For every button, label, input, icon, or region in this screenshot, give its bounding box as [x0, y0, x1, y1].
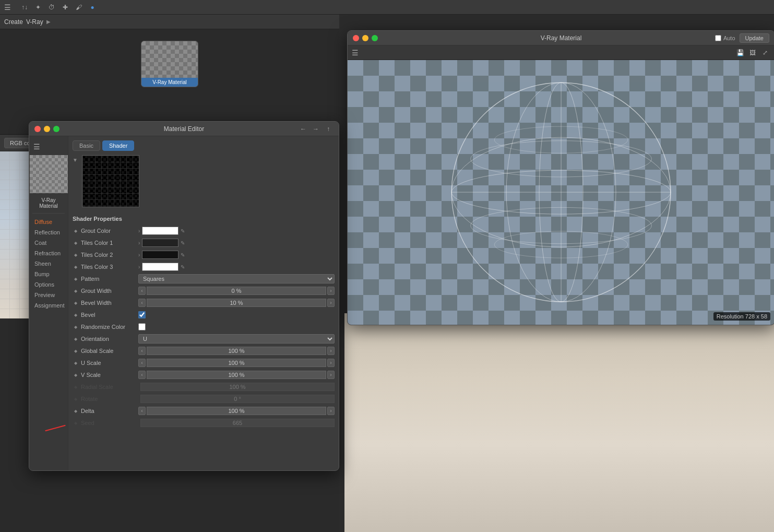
- prop-checkbox-bevel[interactable]: [138, 311, 146, 318]
- prop-label-seed: Seed: [81, 420, 138, 426]
- shader-chevron[interactable]: ▼: [73, 157, 78, 163]
- sidebar-item-coat[interactable]: Coat: [29, 238, 68, 248]
- prop-row-bevel-width: Bevel Width ‹ 10 % ›: [73, 297, 335, 309]
- prop-diamond-rotate: [73, 396, 79, 402]
- val-global-scale: 100 %: [147, 347, 326, 355]
- clock-icon[interactable]: ⏱: [46, 2, 57, 13]
- me-minimize-btn[interactable]: [44, 126, 50, 132]
- prop-value-global-scale: ‹ 100 % ›: [138, 347, 335, 355]
- prop-swatch-tiles-1[interactable]: [142, 239, 178, 247]
- btn-delta-left[interactable]: ‹: [138, 407, 146, 415]
- prop-label-v-scale: V Scale: [81, 372, 138, 378]
- arrow-icon[interactable]: ↑↓: [19, 2, 30, 13]
- sidebar-item-preview[interactable]: Preview: [29, 290, 68, 300]
- red-line: [45, 425, 65, 431]
- shader-preview: [82, 155, 139, 207]
- prop-row-tiles-color-3: Tiles Color 3 › ✎: [73, 261, 335, 273]
- me-close-btn[interactable]: [34, 126, 41, 132]
- tab-shader[interactable]: Shader: [102, 140, 134, 151]
- prop-swatch-tiles-3[interactable]: [142, 263, 178, 271]
- prop-diamond-orientation: [73, 336, 79, 342]
- vray-title: V-Ray Material: [541, 34, 582, 42]
- me-traffic-lights: [34, 126, 59, 132]
- node-card-preview: [141, 41, 198, 78]
- btn-u-scale-left[interactable]: ‹: [138, 359, 146, 367]
- vray-close-btn[interactable]: [353, 35, 359, 41]
- prop-edit-tiles-2[interactable]: ✎: [181, 252, 185, 258]
- sidebar-item-sheen[interactable]: Sheen: [29, 258, 68, 269]
- prop-label-delta: Delta: [81, 408, 138, 414]
- prop-edit-grout[interactable]: ✎: [181, 228, 185, 234]
- val-bevel-width: 10 %: [147, 299, 326, 307]
- expand-icon[interactable]: ⤢: [760, 48, 770, 58]
- btn-grout-width-right[interactable]: ›: [327, 287, 335, 295]
- sidebar-item-reflection[interactable]: Reflection: [29, 227, 68, 238]
- prop-edit-tiles-1[interactable]: ✎: [181, 240, 185, 246]
- val-seed: 665: [140, 419, 335, 427]
- vray-controls: Auto Update: [715, 33, 769, 43]
- prop-label-grout-width: Grout Width: [81, 288, 138, 294]
- prop-edit-tiles-3[interactable]: ✎: [181, 264, 185, 270]
- btn-bevel-width-right[interactable]: ›: [327, 299, 335, 307]
- cursor-icon[interactable]: ✦: [33, 2, 43, 13]
- btn-u-scale-right[interactable]: ›: [327, 359, 335, 367]
- btn-global-scale-right[interactable]: ›: [327, 347, 335, 355]
- prop-label-bevel-width: Bevel Width: [81, 300, 138, 306]
- vray-minimize-btn[interactable]: [362, 35, 368, 41]
- node-menu-create[interactable]: Create: [4, 18, 23, 26]
- sphere-icon[interactable]: ●: [87, 2, 98, 13]
- vray-maximize-btn[interactable]: [372, 35, 378, 41]
- me-material-name: V-Ray Material: [29, 195, 68, 211]
- prop-row-u-scale: U Scale ‹ 100 % ›: [73, 357, 335, 369]
- prop-row-grout-width: Grout Width ‹ 0 % ›: [73, 285, 335, 297]
- btn-delta-right[interactable]: ›: [327, 407, 335, 415]
- prop-row-rotate: Rotate 0 °: [73, 393, 335, 405]
- tab-basic[interactable]: Basic: [73, 140, 100, 151]
- forward-icon[interactable]: →: [311, 124, 321, 134]
- prop-label-tiles-2: Tiles Color 2: [81, 252, 138, 258]
- prop-swatch-tiles-2[interactable]: [142, 251, 178, 259]
- prop-diamond-grout-width: [73, 288, 79, 294]
- prop-value-bevel-width: ‹ 10 % ›: [138, 299, 335, 307]
- me-maximize-btn[interactable]: [53, 126, 59, 132]
- back-icon[interactable]: ←: [298, 124, 308, 134]
- me-hamburger[interactable]: ☰: [29, 140, 68, 153]
- save-icon[interactable]: 💾: [735, 48, 745, 58]
- btn-bevel-width-left[interactable]: ‹: [138, 299, 146, 307]
- sidebar-item-refraction[interactable]: Refraction: [29, 248, 68, 258]
- sidebar-item-options[interactable]: Options: [29, 279, 68, 290]
- prop-select-pattern[interactable]: Squares: [138, 274, 335, 283]
- me-titlebar: Material Editor ← → ↑: [29, 122, 339, 136]
- update-button[interactable]: Update: [740, 33, 769, 43]
- sidebar-item-assignment[interactable]: Assignment: [29, 300, 68, 311]
- brush-icon[interactable]: 🖌: [74, 2, 84, 13]
- prop-connector-tiles-2: ›: [138, 252, 140, 258]
- move-icon[interactable]: ✚: [60, 2, 70, 13]
- sidebar-item-diffuse[interactable]: Diffuse: [29, 217, 68, 227]
- prop-diamond-randomize: [73, 324, 79, 330]
- btn-v-scale-right[interactable]: ›: [327, 371, 335, 379]
- me-sidebar: ☰ V-Ray Material Diffuse Reflection Coat…: [29, 136, 68, 470]
- node-menu-vray[interactable]: V-Ray: [26, 18, 43, 26]
- btn-v-scale-left[interactable]: ‹: [138, 371, 146, 379]
- sidebar-item-bump[interactable]: Bump: [29, 269, 68, 279]
- auto-checkbox[interactable]: [715, 35, 721, 41]
- prop-swatch-grout-color[interactable]: [142, 227, 178, 235]
- prop-value-delta: ‹ 100 % ›: [138, 407, 335, 415]
- hamburger-icon[interactable]: ☰: [4, 3, 11, 11]
- up-icon[interactable]: ↑: [323, 124, 334, 134]
- vray-toolbar: ☰ 💾 🖼 ⤢: [348, 45, 774, 60]
- hamburger-icon-vray[interactable]: ☰: [352, 49, 359, 57]
- prop-diamond-u-scale: [73, 360, 79, 366]
- btn-global-scale-left[interactable]: ‹: [138, 347, 146, 355]
- prop-checkbox-randomize[interactable]: [138, 323, 146, 330]
- resolution-badge: Resolution 728 x 58: [713, 312, 770, 321]
- vray-window: V-Ray Material Auto Update ☰ 💾 🖼 ⤢: [347, 30, 774, 325]
- image-icon[interactable]: 🖼: [747, 48, 758, 58]
- me-title: Material Editor: [164, 125, 204, 133]
- prop-row-orientation: Orientation U V: [73, 333, 335, 345]
- btn-grout-width-left[interactable]: ‹: [138, 287, 146, 295]
- node-card[interactable]: V-Ray Material: [141, 41, 198, 87]
- prop-select-orientation[interactable]: U V: [138, 334, 335, 344]
- prop-value-v-scale: ‹ 100 % ›: [138, 371, 335, 379]
